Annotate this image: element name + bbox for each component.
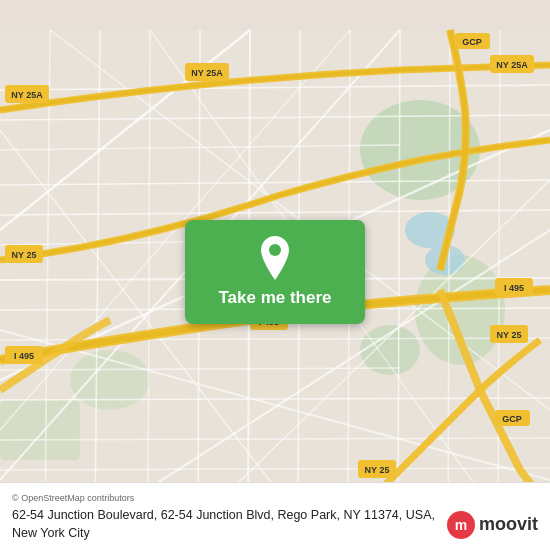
svg-text:NY 25: NY 25 [365, 465, 390, 475]
svg-text:NY 25: NY 25 [497, 330, 522, 340]
moovit-logo: m moovit [447, 511, 538, 539]
take-me-there-button[interactable]: Take me there [185, 220, 365, 324]
map-container: NY 25A NY 25A NY 25A NY 25 I 495 I 495 I… [0, 0, 550, 550]
svg-text:m: m [455, 517, 467, 533]
location-pin-icon [257, 236, 293, 280]
moovit-icon: m [447, 511, 475, 539]
svg-text:NY 25A: NY 25A [191, 68, 223, 78]
attribution-text: © OpenStreetMap contributors [12, 493, 134, 503]
take-me-there-label: Take me there [218, 288, 331, 308]
svg-point-63 [269, 244, 281, 256]
svg-text:GCP: GCP [462, 37, 482, 47]
bottom-bar: © OpenStreetMap contributors 62-54 Junct… [0, 482, 550, 550]
address-text: 62-54 Junction Boulevard, 62-54 Junction… [12, 507, 447, 542]
svg-text:NY 25A: NY 25A [496, 60, 528, 70]
svg-text:GCP: GCP [502, 414, 522, 424]
svg-text:I 495: I 495 [14, 351, 34, 361]
svg-text:NY 25A: NY 25A [11, 90, 43, 100]
moovit-brand-name: moovit [479, 514, 538, 535]
address-row: 62-54 Junction Boulevard, 62-54 Junction… [12, 507, 538, 542]
svg-text:NY 25: NY 25 [12, 250, 37, 260]
svg-text:I 495: I 495 [504, 283, 524, 293]
svg-rect-5 [0, 400, 80, 460]
map-attribution: © OpenStreetMap contributors [12, 493, 538, 503]
moovit-m-icon: m [452, 516, 470, 534]
